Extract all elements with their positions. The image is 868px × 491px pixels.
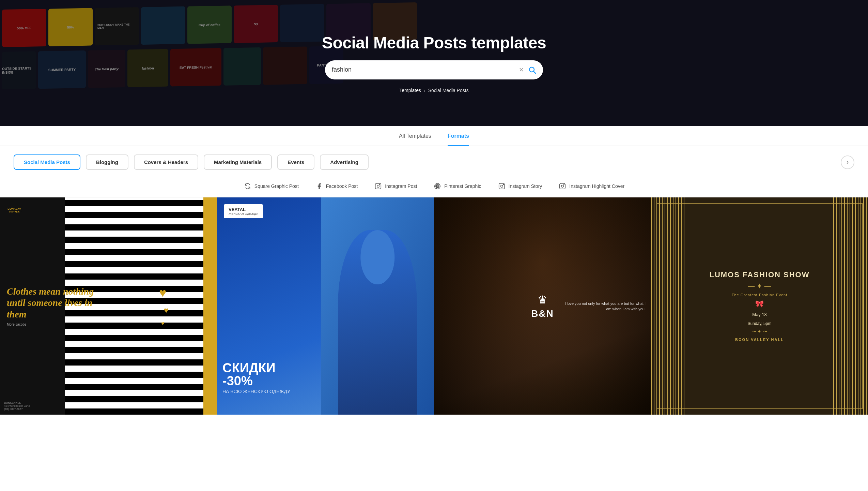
category-events[interactable]: Events	[277, 154, 314, 170]
svg-rect-5	[499, 183, 505, 189]
category-blogging[interactable]: Blogging	[86, 154, 128, 170]
category-marketing-materials[interactable]: Marketing Materials	[204, 154, 272, 170]
templates-grid: BONKSAY BOUTIQUE Clothes mean nothing un…	[0, 197, 868, 428]
card2-discount-block: СКИДКИ -30% НА ВСЮ ЖЕНСКУЮ ОДЕЖДУ	[222, 361, 290, 394]
template-card-1[interactable]: BONKSAY BOUTIQUE Clothes mean nothing un…	[0, 197, 217, 415]
breadcrumb-templates-link[interactable]: Templates	[399, 88, 421, 93]
category-social-media-posts[interactable]: Social Media Posts	[14, 154, 80, 170]
tab-formats[interactable]: Formats	[448, 133, 469, 146]
subcategory-facebook-post[interactable]: Facebook Post	[315, 182, 358, 190]
subcategory-instagram-highlight-cover[interactable]: Instagram Highlight Cover	[558, 182, 624, 190]
tabs-bar: All Templates Formats	[0, 126, 868, 146]
card1-author: More Jacobs	[7, 323, 109, 326]
categories-bar: Social Media Posts Blogging Covers & Hea…	[0, 146, 868, 178]
search-clear-button[interactable]: ✕	[519, 67, 524, 73]
card2-brand-badge: VEATAL ЖЕНСКАЯ ОДЕЖДА	[224, 204, 263, 218]
search-input[interactable]: fashion	[332, 66, 515, 73]
svg-point-10	[564, 184, 564, 185]
instagram-icon	[374, 182, 382, 190]
svg-rect-2	[375, 183, 381, 189]
person-head	[361, 230, 394, 284]
search-submit-button[interactable]	[528, 66, 536, 74]
template-card-2[interactable]: VEATAL ЖЕНСКАЯ ОДЕЖДА СКИДКИ -30% НА ВСЮ…	[217, 197, 434, 415]
breadcrumb-separator: ›	[424, 88, 425, 93]
breadcrumb-current-page: Social Media Posts	[428, 88, 469, 93]
svg-point-3	[377, 185, 379, 188]
subcategories-bar: Square Graphic Post Facebook Post Instag…	[0, 178, 868, 197]
svg-point-7	[503, 184, 503, 185]
refresh-icon	[244, 182, 252, 190]
svg-line-1	[533, 71, 536, 73]
search-bar: fashion ✕	[325, 60, 543, 79]
page-title: Social Media Posts templates	[322, 33, 546, 52]
category-covers-headers[interactable]: Covers & Headers	[134, 154, 198, 170]
facebook-icon	[315, 182, 323, 190]
card1-quote: Clothes mean nothing until someone lives…	[7, 286, 109, 320]
category-advertising[interactable]: Advertising	[320, 154, 369, 170]
svg-point-6	[500, 185, 503, 188]
svg-point-4	[379, 184, 380, 185]
template-card-4[interactable]: LUMOS FASHION SHOW — ✦ — The Greatest Fa…	[651, 197, 868, 415]
card4-deco-line: — ✦ —	[710, 282, 810, 290]
heart-icon-3: ♥	[161, 321, 165, 327]
card3-quote: I love you not only for what you are but…	[563, 300, 646, 312]
tab-all-templates[interactable]: All Templates	[399, 133, 431, 146]
categories-next-arrow[interactable]: ›	[841, 155, 854, 169]
subcategory-square-graphic-post[interactable]: Square Graphic Post	[244, 182, 299, 190]
subcategory-instagram-story[interactable]: Instagram Story	[498, 182, 542, 190]
card4-flourish: 〜 ✦ 〜	[710, 329, 810, 335]
template-card-3[interactable]: ♛ B&N I love you not only for what you a…	[434, 197, 651, 415]
card1-hearts: ♥ ♥ ♥	[109, 197, 217, 415]
svg-point-9	[561, 185, 564, 188]
breadcrumb: Templates › Social Media Posts	[399, 88, 469, 93]
hero-section: 50% OFF 50% SUITS DON'T MAKE THE MAN Cup…	[0, 0, 868, 126]
card3-content: ♛ B&N	[531, 293, 554, 319]
pinterest-icon	[433, 182, 441, 190]
card4-content: LUMOS FASHION SHOW — ✦ — The Greatest Fa…	[703, 264, 817, 348]
instagram-highlight-icon	[558, 182, 567, 190]
heart-icon-1: ♥	[159, 286, 166, 300]
subcategory-pinterest-graphic[interactable]: Pinterest Graphic	[433, 182, 481, 190]
search-icon	[528, 66, 536, 74]
hero-content: Social Media Posts templates fashion ✕ T…	[322, 33, 546, 93]
subcategory-instagram-post[interactable]: Instagram Post	[374, 182, 417, 190]
heart-icon-2: ♥	[164, 306, 169, 315]
card1-bottom-info: BONKSAY.BE 484 Winchester Lane (65) 8897…	[4, 401, 30, 411]
card2-person-area	[321, 197, 434, 415]
instagram-story-icon	[498, 182, 506, 190]
svg-rect-8	[560, 183, 565, 189]
card4-ribbon: 🎀	[710, 300, 810, 308]
crown-icon: ♛	[538, 293, 547, 306]
